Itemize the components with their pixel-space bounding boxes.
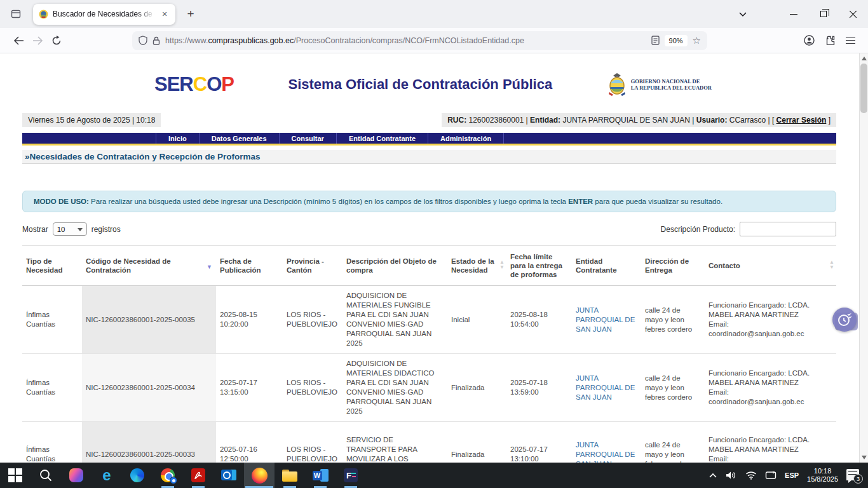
wifi-icon[interactable]	[745, 471, 757, 480]
records-per-page-select[interactable]: 10	[53, 222, 87, 236]
nav-item-consultar[interactable]: Consultar	[279, 133, 336, 144]
menu-hamburger-icon[interactable]	[846, 37, 855, 44]
floating-timer-widget[interactable]	[832, 308, 857, 332]
forticlient-icon: F	[344, 468, 358, 482]
nav-item-administracion[interactable]: Administración	[428, 133, 504, 144]
page-scrollbar[interactable]	[859, 53, 868, 463]
forward-icon[interactable]	[28, 31, 47, 50]
column-header-contacto[interactable]: Contacto	[705, 246, 836, 285]
taskbar-edge-button[interactable]	[122, 463, 153, 488]
usage-instructions: MODO DE USO: Para realizar una búsqueda …	[22, 191, 836, 212]
close-button[interactable]	[838, 0, 868, 28]
language-indicator[interactable]: ESP	[785, 471, 799, 479]
taskbar-search-button[interactable]	[31, 463, 61, 488]
cell-contacto: Funcionario Encargado: LCDA. MABEL ARANA…	[705, 422, 836, 463]
tray-chevron-up-icon[interactable]	[709, 473, 717, 478]
sercop-logo: SERCOP	[154, 73, 234, 96]
lock-icon[interactable]	[153, 36, 160, 45]
url-text[interactable]: https://www.compraspublicas.gob.ec/Proce…	[165, 36, 646, 45]
edge-icon	[130, 468, 144, 482]
column-header-tipo[interactable]: Tipo de Necesidad	[22, 246, 82, 285]
zoom-level-badge[interactable]: 90%	[665, 35, 688, 46]
cell-tipo: Ínfimas Cuantías	[22, 354, 82, 421]
taskbar-clock[interactable]: 10:18 15/8/2025	[807, 467, 838, 484]
chrome-icon	[161, 468, 175, 482]
taskbar-word-button[interactable]: W	[305, 463, 336, 488]
copilot-icon	[69, 468, 83, 482]
tab-close-icon[interactable]	[159, 9, 170, 19]
column-header-fecha-publicacion[interactable]: Fecha de Publicación	[216, 246, 283, 285]
info-bar: Viernes 15 de Agosto de 2025 | 10:18 RUC…	[22, 113, 836, 127]
reload-icon[interactable]	[47, 31, 66, 50]
reader-mode-icon[interactable]	[651, 36, 660, 45]
url-prefix: https://www.	[165, 36, 208, 45]
start-button[interactable]	[0, 463, 31, 488]
browser-tab[interactable]: Buscador de Necesidades de Co	[33, 4, 175, 25]
nav-item-inicio[interactable]: Inicio	[156, 133, 199, 144]
notification-center-icon[interactable]: 3	[846, 469, 860, 482]
cast-display-icon[interactable]	[765, 471, 776, 480]
sort-desc-icon[interactable]	[207, 262, 212, 271]
scroll-up-arrow[interactable]	[862, 57, 867, 60]
bookmark-star-icon[interactable]	[693, 35, 701, 46]
sort-icon[interactable]	[829, 260, 834, 270]
column-header-entidad[interactable]: Entidad Contratante	[572, 246, 641, 285]
nav-item-entidad-contratante[interactable]: Entidad Contratante	[336, 133, 428, 144]
url-bar[interactable]: https://www.compraspublicas.gob.ec/Proce…	[132, 31, 707, 50]
taskbar-outlook-button[interactable]	[214, 463, 244, 488]
logout-link[interactable]: Cerrar Sesión	[776, 116, 827, 125]
column-header-fecha-limite[interactable]: Fecha límite para la entrega de proforma…	[506, 246, 572, 285]
url-domain: compraspublicas.gob.ec	[208, 36, 294, 45]
firefox-icon	[252, 468, 268, 484]
account-icon[interactable]	[804, 35, 815, 46]
shield-icon[interactable]	[139, 36, 147, 45]
sort-icon[interactable]	[499, 260, 505, 270]
cell-estado: Inicial	[447, 286, 506, 353]
entity-link[interactable]: JUNTA PARROQUIAL DE SAN JUAN	[576, 440, 636, 463]
new-tab-button[interactable]	[182, 5, 200, 23]
column-header-direccion[interactable]: Dirección de Entrega	[641, 246, 705, 285]
url-path: /ProcesoContratacion/compras/NCO/FrmNCOL…	[294, 36, 524, 45]
column-header-provincia[interactable]: Provincia - Cantón	[283, 246, 342, 285]
government-caption: GOBIERNO NACIONAL DE LA REPUBLICA DEL EC…	[631, 78, 712, 91]
table-header-row: Tipo de Necesidad Código de Necesidad de…	[22, 245, 836, 286]
page-title: Sistema Oficial de Contratación Pública	[234, 76, 607, 93]
taskbar-acrobat-button[interactable]	[183, 463, 214, 488]
taskbar-chrome-button[interactable]	[153, 463, 183, 488]
product-description-input[interactable]	[740, 222, 836, 236]
cell-codigo: NIC-1260023860001-2025-00035	[82, 286, 216, 353]
taskbar-explorer-button[interactable]	[275, 463, 305, 488]
table-row: Ínfimas Cuantías NIC-1260023860001-2025-…	[22, 422, 836, 463]
taskbar-copilot-button[interactable]	[61, 463, 92, 488]
taskbar-ie-button[interactable]: e	[92, 463, 122, 488]
taskbar-forticlient-button[interactable]: F	[336, 463, 366, 488]
scroll-down-arrow[interactable]	[862, 456, 867, 459]
nav-item-datos-generales[interactable]: Datos Generales	[199, 133, 279, 144]
cell-tipo: Ínfimas Cuantías	[22, 422, 82, 463]
tab-title: Buscador de Necesidades de Co	[53, 10, 155, 18]
column-header-descripcion[interactable]: Descripción del Objeto de compra	[342, 246, 447, 285]
taskbar-firefox-button[interactable]	[244, 463, 275, 488]
column-header-estado[interactable]: Estado de la Necesidad	[447, 246, 506, 285]
government-logo: GOBIERNO NACIONAL DE LA REPUBLICA DEL EC…	[607, 72, 712, 97]
entity-link[interactable]: JUNTA PARROQUIAL DE SAN JUAN	[576, 306, 636, 334]
column-header-codigo[interactable]: Código de Necesidad de Contratación	[82, 246, 216, 285]
tab-bar: Buscador de Necesidades de Co	[0, 0, 868, 28]
firefox-view-icon[interactable]	[6, 4, 25, 24]
notification-badge: 3	[853, 474, 863, 484]
minimize-button[interactable]	[778, 0, 808, 28]
winged-clock-icon	[836, 311, 853, 328]
back-icon[interactable]	[9, 31, 28, 50]
filter-label: Descripción Producto:	[661, 225, 735, 234]
browser-window: Buscador de Necesidades de Co https://ww…	[0, 0, 868, 488]
site-header: SERCOP Sistema Oficial de Contratación P…	[22, 61, 836, 108]
extensions-puzzle-icon[interactable]	[825, 35, 836, 46]
cell-provincia: LOS RIOS - PUEBLOVIEJO	[283, 286, 342, 353]
entity-link[interactable]: JUNTA PARROQUIAL DE SAN JUAN	[576, 374, 636, 402]
acrobat-icon	[191, 468, 205, 482]
cell-fecha-publicacion: 2025-07-17 13:15:00	[216, 354, 283, 421]
volume-icon[interactable]	[726, 471, 737, 480]
list-tabs-chevron-icon[interactable]	[738, 8, 747, 20]
scrollbar-thumb[interactable]	[860, 64, 867, 113]
restore-button[interactable]	[808, 0, 838, 28]
